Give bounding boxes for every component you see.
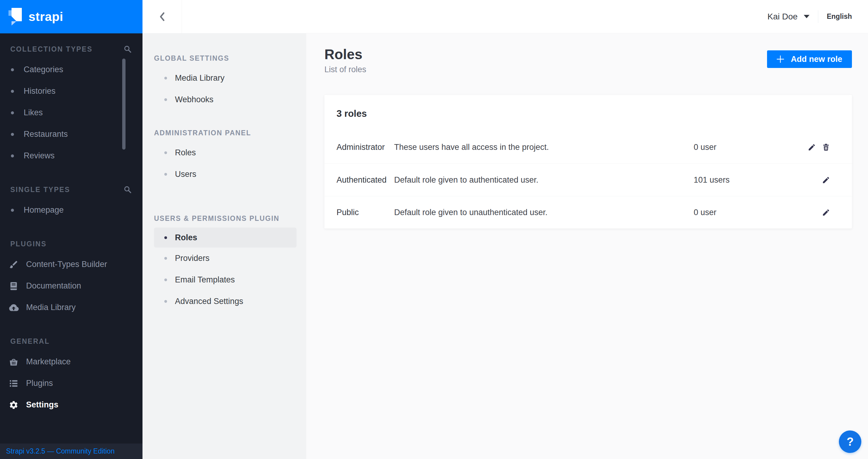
bullet-icon <box>164 151 167 154</box>
add-new-role-label: Add new role <box>791 55 842 64</box>
sidebar-item-restaurants[interactable]: Restaurants <box>0 123 143 145</box>
strapi-version-link[interactable]: Strapi v3.2.5 — Community Edition <box>6 447 115 455</box>
language-selector[interactable]: English <box>827 12 852 21</box>
general-heading: GENERAL <box>10 337 50 346</box>
bullet-icon <box>164 98 167 101</box>
sidebar-item-categories[interactable]: Categories <box>0 59 143 80</box>
sidebar-item-histories[interactable]: Histories <box>0 80 143 102</box>
sidebar-item-likes[interactable]: Likes <box>0 102 143 123</box>
page-subtitle: List of roles <box>324 65 366 74</box>
help-button[interactable]: ? <box>839 430 861 453</box>
question-mark-label: ? <box>846 435 854 449</box>
pencil-icon <box>822 208 830 217</box>
sidebar-item-media-library[interactable]: Media Library <box>0 297 143 318</box>
section-collection-types: COLLECTION TYPES Categories Histories <box>0 39 143 167</box>
settings-item-label: Media Library <box>175 74 225 83</box>
single-types-heading: SINGLE TYPES <box>10 186 70 194</box>
book-icon <box>8 281 19 291</box>
edit-role-button[interactable] <box>822 208 830 217</box>
role-description: These users have all access in the proje… <box>394 143 694 152</box>
brush-icon <box>8 259 19 270</box>
cloud-upload-icon <box>8 303 19 313</box>
settings-item-admin-roles[interactable]: Roles <box>154 142 297 164</box>
search-icon[interactable] <box>124 45 131 53</box>
bullet-icon <box>11 111 14 114</box>
caret-down-icon <box>804 15 809 18</box>
back-button[interactable] <box>143 0 182 33</box>
settings-item-providers[interactable]: Providers <box>154 248 297 269</box>
main-content: Roles List of roles Add new role 3 roles… <box>306 33 868 459</box>
table-row-administrator[interactable]: Administrator These users have all acces… <box>324 131 852 164</box>
sidebar-item-label: Marketplace <box>26 357 71 367</box>
settings-item-media-library[interactable]: Media Library <box>154 67 297 89</box>
sidebar-item-documentation[interactable]: Documentation <box>0 275 143 297</box>
settings-item-webhooks[interactable]: Webhooks <box>154 89 297 110</box>
administration-panel-heading: ADMINISTRATION PANEL <box>143 124 306 142</box>
strapi-logo-text: strapi <box>29 10 63 24</box>
section-general: GENERAL Marketplace <box>0 332 143 415</box>
bullet-icon <box>164 77 167 80</box>
sidebar-item-homepage[interactable]: Homepage <box>0 199 143 221</box>
sidebar-item-plugins[interactable]: Plugins <box>0 373 143 394</box>
table-row-authenticated[interactable]: Authenticated Default role given to auth… <box>324 164 852 196</box>
sidebar-footer: Strapi v3.2.5 — Community Edition <box>0 443 143 459</box>
sidebar-item-label: Documentation <box>26 281 81 291</box>
bullet-icon <box>164 300 167 303</box>
settings-sub-nav: GLOBAL SETTINGS Media Library Webhooks A… <box>143 33 306 459</box>
sidebar-scroll-area: COLLECTION TYPES Categories Histories <box>0 33 143 443</box>
role-description: Default role given to unauthenticated us… <box>394 208 694 217</box>
sidebar-item-marketplace[interactable]: Marketplace <box>0 351 143 373</box>
sidebar-item-label: Reviews <box>24 151 55 161</box>
strapi-admin-app: strapi COLLECTION TYPES Categories <box>0 0 868 459</box>
collection-types-heading: COLLECTION TYPES <box>10 45 92 53</box>
sidebar-item-content-types-builder[interactable]: Content-Types Builder <box>0 254 143 275</box>
sidebar-item-label: Settings <box>26 400 59 409</box>
user-menu[interactable]: Kai Doe <box>767 12 809 22</box>
sidebar-item-reviews[interactable]: Reviews <box>0 145 143 167</box>
settings-item-up-roles[interactable]: Roles <box>154 228 297 248</box>
sidebar-item-settings[interactable]: Settings <box>0 394 143 415</box>
strapi-logo[interactable]: strapi <box>0 0 143 33</box>
add-new-role-button[interactable]: Add new role <box>767 50 852 68</box>
topbar-right: Kai Doe English <box>767 0 852 33</box>
section-global-settings: GLOBAL SETTINGS Media Library Webhooks <box>143 49 306 110</box>
sidebar-item-label: Content-Types Builder <box>26 260 107 269</box>
role-actions <box>795 143 830 151</box>
roles-count-header: 3 roles <box>324 95 852 131</box>
global-settings-heading: GLOBAL SETTINGS <box>143 49 306 67</box>
settings-item-label: Email Templates <box>175 275 235 285</box>
topbar: Kai Doe English <box>143 0 868 33</box>
bullet-icon <box>11 90 14 93</box>
pencil-icon <box>822 176 830 184</box>
sidebar-item-label: Histories <box>24 86 56 96</box>
sidebar-item-label: Categories <box>24 65 63 74</box>
bullet-icon <box>164 173 167 176</box>
sidebar-scrollbar-thumb[interactable] <box>122 59 125 149</box>
sidebar-item-label: Media Library <box>26 303 76 312</box>
bullet-icon <box>164 236 167 239</box>
section-plugins: PLUGINS Content-Types Builder <box>0 234 143 318</box>
settings-item-label: Users <box>175 170 196 179</box>
settings-item-admin-users[interactable]: Users <box>154 164 297 185</box>
edit-role-button[interactable] <box>822 176 830 184</box>
section-users-permissions-plugin: USERS & PERMISSIONS PLUGIN Roles Provide… <box>143 209 306 312</box>
settings-item-advanced-settings[interactable]: Advanced Settings <box>154 291 297 312</box>
sidebar-item-label: Plugins <box>26 379 53 388</box>
user-name: Kai Doe <box>767 12 798 22</box>
edit-role-button[interactable] <box>808 143 816 151</box>
delete-role-button[interactable] <box>822 143 830 151</box>
bullet-icon <box>11 154 14 157</box>
section-administration-panel: ADMINISTRATION PANEL Roles Users <box>143 124 306 185</box>
role-description: Default role given to authenticated user… <box>394 175 694 185</box>
table-row-public[interactable]: Public Default role given to unauthentic… <box>324 196 852 228</box>
role-name: Public <box>337 208 394 217</box>
role-actions <box>795 176 830 184</box>
role-user-count: 101 users <box>694 175 795 185</box>
gear-icon <box>8 400 19 410</box>
settings-item-label: Roles <box>175 148 196 157</box>
search-icon[interactable] <box>124 186 131 194</box>
users-permissions-heading: USERS & PERMISSIONS PLUGIN <box>143 209 306 228</box>
settings-item-label: Roles <box>175 233 197 242</box>
settings-item-email-templates[interactable]: Email Templates <box>154 269 297 291</box>
sidebar-item-label: Restaurants <box>24 130 68 139</box>
